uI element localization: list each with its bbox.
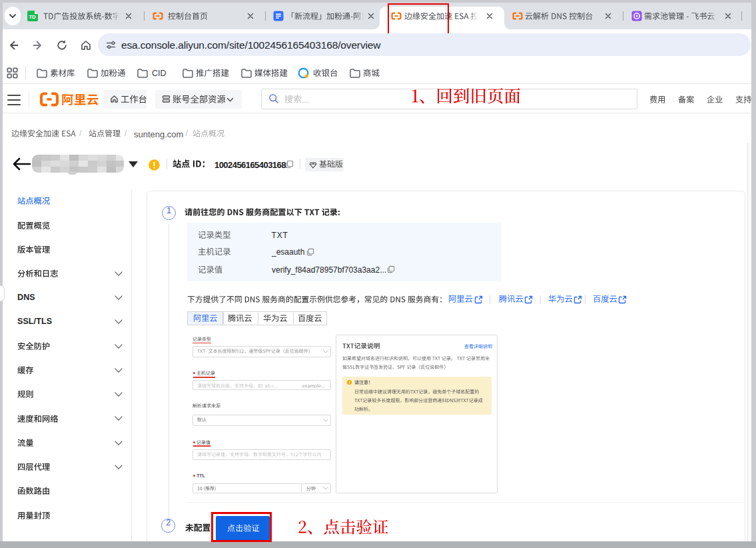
svg-text:TD: TD xyxy=(29,14,36,20)
